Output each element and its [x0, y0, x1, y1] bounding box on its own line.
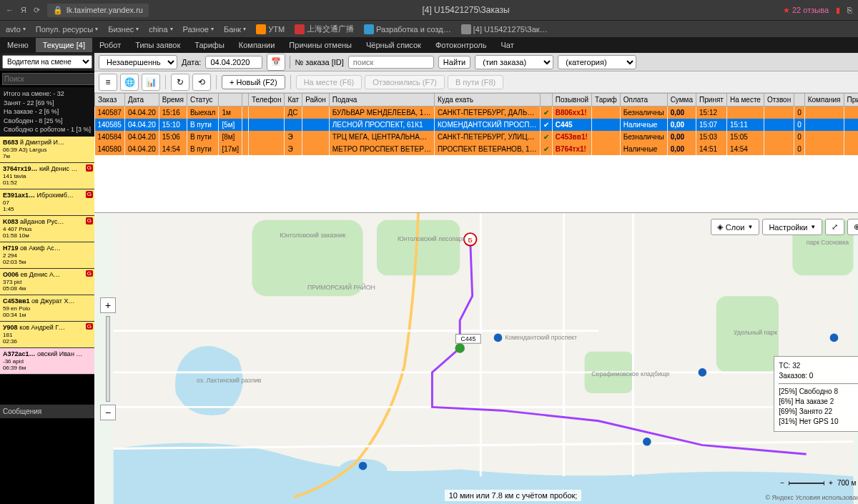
menu-item[interactable]: Чат — [494, 38, 521, 52]
menu-item[interactable]: Робот — [92, 38, 128, 52]
yandex-icon[interactable]: Я — [21, 6, 26, 14]
svg-text:Юнтоловский лесопарк: Юнтоловский лесопарк — [398, 235, 465, 242]
bookmark-item[interactable]: [4] U15421275\Зак… — [461, 24, 548, 34]
svg-point-17 — [830, 334, 839, 342]
url-text: lk.taximeter.yandex.ru — [66, 6, 143, 14]
reviews-badge[interactable]: ★22 отзыва — [783, 6, 829, 15]
driver-item[interactable]: 3764тх19… кий Денис …141 tavia01:52 G — [0, 163, 94, 189]
calendar-icon[interactable]: 📅 — [267, 54, 285, 71]
sidebar: Водители на смене 🔍 Итого на смене: - 32… — [0, 53, 94, 504]
table-row[interactable]: 14058704.04.2015:16Выехал1мДСБУЛЬВАР МЕН… — [95, 107, 859, 119]
menu-item[interactable]: Причины отмены — [282, 38, 359, 52]
chart-icon[interactable]: 📊 — [142, 74, 160, 91]
table-header-row: ЗаказДатаВремяСтатусТелефонКатРайонПодач… — [95, 94, 859, 107]
table-row[interactable]: 14058504.04.2015:10В пути[5м]ЛЕСНОЙ ПРОС… — [95, 119, 859, 131]
order-search-input[interactable] — [348, 56, 434, 69]
zoom-in-button[interactable]: + — [100, 297, 116, 313]
menu-item[interactable]: Тарифы — [187, 38, 232, 52]
driver-item[interactable]: H719 ов Акиф Ас…2 294 02:03 5м — [0, 242, 94, 269]
bookmark-item[interactable]: Банк▾ — [224, 25, 246, 34]
menu-item[interactable]: Типы заявок — [128, 38, 187, 52]
bookmark-item[interactable]: Разное▾ — [183, 25, 214, 34]
bookmark-item[interactable]: china▾ — [149, 25, 172, 34]
driver-item[interactable]: B683 й Дмитрий И…06:39 А3) Largus7м — [0, 137, 94, 163]
orders-table: ЗаказДатаВремяСтатусТелефонКатРайонПодач… — [94, 93, 858, 212]
map-settings-button[interactable]: Настройки▼ — [762, 219, 822, 235]
svg-text:Серафимовское кладбище: Серафимовское кладбище — [591, 370, 670, 377]
bookmark-item[interactable]: avto▾ — [6, 25, 26, 34]
url-bar[interactable]: 🔒 lk.taximeter.yandex.ru — [47, 4, 149, 17]
svg-point-15 — [699, 368, 707, 377]
bookmark-item[interactable]: Бизнес▾ — [108, 25, 139, 34]
disabled-action: На месте (F6) — [296, 75, 363, 89]
menu-item[interactable]: Фотоконтроль — [428, 38, 494, 52]
messages-header[interactable]: Сообщения — [0, 405, 94, 418]
drivers-list: B683 й Дмитрий И…06:39 А3) Largus7м 3764… — [0, 137, 94, 405]
driver-item[interactable]: A372ac1… овский Иван …-36 apid06:39 6м — [0, 348, 94, 375]
bookmark-item[interactable]: Попул. ресурсы▾ — [36, 25, 98, 34]
driver-item[interactable]: O006 ев Денис А…373 pid05:08 4мG — [0, 269, 94, 295]
driver-item[interactable]: У908 ков Андрей Г…181 02:36 G — [0, 322, 94, 348]
status-filter[interactable]: Незавершенные — [99, 55, 177, 69]
svg-text:Юнтоловский заказник: Юнтоловский заказник — [280, 232, 345, 239]
driver-item[interactable]: C453вв1 ов Джурат Х…59 en Polo00:34 1м — [0, 295, 94, 322]
layers-button[interactable]: ◈Слои▼ — [711, 219, 760, 235]
svg-point-14 — [359, 462, 368, 470]
refresh-icon[interactable]: ↻ — [171, 74, 189, 91]
svg-point-9 — [455, 343, 465, 353]
content-area: Незавершенные Дата: 📅 № заказа [ID] Найт… — [94, 53, 858, 504]
menu-item[interactable]: Компании — [232, 38, 282, 52]
sidebar-search-input[interactable] — [2, 73, 97, 85]
lock-icon: 🔒 — [53, 6, 63, 15]
bookmark-item[interactable]: Разработка и созд… — [364, 24, 451, 34]
map-stats-panel: ТС: 32 Заказов: 0 [25%] Свободно 8[6%] Н… — [774, 356, 858, 432]
map-attribution: © Яндекс Условия использования — [765, 494, 858, 501]
zoom-out-button[interactable]: − — [100, 405, 116, 420]
tab-title: [4] U15421275\Заказы — [156, 5, 776, 15]
svg-text:оз. Лахтинский разлив: оз. Лахтинский разлив — [197, 377, 262, 384]
bookmark-item[interactable]: УТМ — [256, 24, 285, 34]
map-top-controls: ◈Слои▼ Настройки▼ ⤢ ⊕ — [711, 219, 858, 235]
table-row[interactable]: 14058404.04.2015:06В пути[8м]ЭТРЦ МЕГА, … — [95, 131, 859, 143]
map[interactable]: Б C445 Комендантский проспект ПРИМОРСКИЙ… — [94, 212, 858, 504]
svg-text:парк Сосновка: парк Сосновка — [807, 239, 849, 246]
browser-chrome: ← Я ⟳ 🔒 lk.taximeter.yandex.ru [4] U1542… — [0, 0, 858, 20]
disabled-action: Отзвонились (F7) — [365, 75, 445, 89]
type-filter[interactable]: (тип заказа) — [475, 55, 553, 69]
order-id-label: № заказа [ID] — [295, 58, 343, 66]
app-menu: МенюТекущие [4]РоботТипы заявокТарифыКом… — [0, 37, 858, 53]
reload-icon[interactable]: ⟳ — [34, 6, 40, 15]
driver-item[interactable]: K083 айданов Рус…4 407 Prius01:58 10мG — [0, 216, 94, 242]
menu-item[interactable]: Чёрный список — [359, 38, 428, 52]
bookmark-item[interactable]: 上海交通广播 — [295, 24, 354, 34]
sync-icon[interactable]: ⟲ — [192, 74, 211, 91]
date-input[interactable] — [205, 56, 262, 69]
table-row[interactable]: 14058004.04.2014:54В пути[17м]ЭМЕТРО ПРО… — [95, 143, 859, 155]
bookmark-flag-icon[interactable]: ▮ — [836, 6, 840, 15]
filters-toolbar: Незавершенные Дата: 📅 № заказа [ID] Найт… — [94, 53, 858, 71]
menu-item[interactable]: Текущие [4] — [36, 38, 92, 52]
sidebar-stats: Итого на смене: - 32Занят - 22 [69 %]На … — [0, 87, 94, 137]
route-info: 10 мин или 7.8 км с учётом пробок; — [445, 490, 582, 501]
globe-icon[interactable]: 🌐 — [120, 74, 139, 91]
fullscreen-icon[interactable]: ⤢ — [825, 219, 844, 235]
find-button[interactable]: Найти — [438, 56, 470, 69]
category-filter[interactable]: (категория) — [558, 55, 636, 69]
list-icon[interactable]: ≡ — [99, 74, 117, 91]
svg-point-16 — [643, 438, 651, 446]
svg-text:Комендантский проспект: Комендантский проспект — [505, 334, 577, 341]
driver-filter-select[interactable]: Водители на смене — [2, 55, 92, 69]
driver-item[interactable]: E391ax1… Иброхимб…07 1:45 G — [0, 189, 94, 216]
new-order-button[interactable]: + Новый (F2) — [222, 75, 285, 89]
menu-item[interactable]: Меню — [0, 38, 36, 52]
map-zoom-controls: + − — [100, 297, 116, 420]
date-label: Дата: — [182, 58, 201, 66]
zoom-slider[interactable] — [106, 316, 110, 402]
back-icon[interactable]: ← — [6, 6, 14, 14]
icon-toolbar: ≡ 🌐 📊 ↻ ⟲ + Новый (F2) На месте (F6)Отзв… — [94, 71, 858, 93]
map-scale: −+ 700 м ▦ — [780, 479, 858, 487]
extension-icon[interactable]: ⎘ — [847, 6, 852, 14]
svg-point-12 — [494, 334, 503, 342]
location-icon[interactable]: ⊕ — [847, 219, 858, 235]
svg-text:C445: C445 — [460, 335, 475, 342]
